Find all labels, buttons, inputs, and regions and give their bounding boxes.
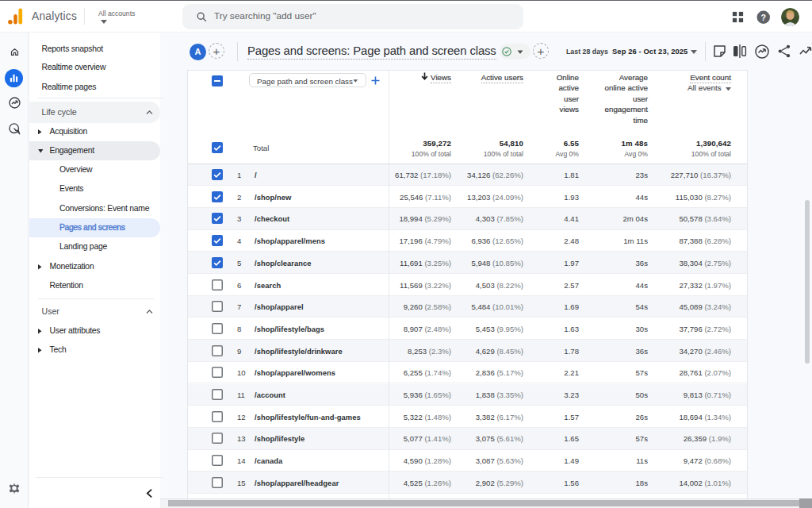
- svg-text:?: ?: [760, 13, 766, 22]
